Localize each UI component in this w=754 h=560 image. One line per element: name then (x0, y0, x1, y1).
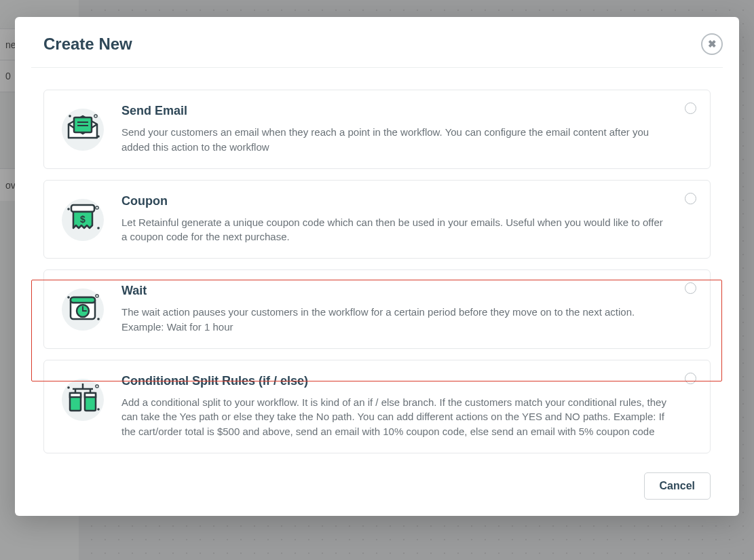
option-radio[interactable] (685, 102, 696, 114)
wait-icon (59, 284, 107, 331)
option-wait[interactable]: Wait The wait action pauses your custome… (43, 269, 711, 349)
option-conditional-split[interactable]: Conditional Split Rules (if / else) Add … (43, 360, 711, 453)
svg-point-8 (67, 208, 70, 210)
option-coupon[interactable]: $ Coupon Let Retainful generate a unique… (43, 180, 711, 259)
svg-rect-11 (71, 205, 94, 212)
option-text: Coupon Let Retainful generate a unique c… (121, 194, 695, 245)
svg-rect-18 (71, 297, 95, 303)
email-icon (59, 104, 107, 151)
close-icon: ✖ (708, 38, 717, 50)
svg-rect-33 (85, 393, 96, 397)
option-desc: Add a conditional split to your workflow… (121, 395, 668, 439)
svg-point-24 (97, 408, 100, 411)
option-desc: Let Retainful generate a unique coupon c… (121, 215, 668, 245)
option-text: Wait The wait action pauses your custome… (121, 284, 695, 335)
option-title: Coupon (121, 194, 668, 208)
coupon-icon: $ (59, 194, 107, 242)
svg-rect-32 (70, 393, 81, 397)
option-radio[interactable] (685, 282, 696, 294)
option-desc: The wait action pauses your customers in… (121, 305, 668, 335)
svg-text:$: $ (80, 214, 86, 225)
svg-point-9 (97, 227, 100, 229)
option-title: Conditional Split Rules (if / else) (121, 374, 668, 388)
modal-title: Create New (43, 35, 132, 54)
create-new-modal: Create New ✖ Send Em (15, 17, 739, 516)
svg-point-14 (67, 296, 70, 299)
modal-footer: Cancel (15, 460, 739, 516)
split-icon (59, 374, 107, 422)
svg-point-15 (97, 318, 100, 320)
option-send-email[interactable]: Send Email Send your customers an email … (43, 90, 711, 169)
option-radio[interactable] (685, 193, 696, 204)
cancel-button[interactable]: Cancel (644, 472, 711, 500)
option-title: Send Email (121, 104, 668, 118)
svg-point-1 (69, 115, 71, 117)
option-radio[interactable] (685, 373, 696, 384)
option-text: Send Email Send your customers an email … (121, 104, 695, 155)
option-desc: Send your customers an email when they r… (121, 125, 668, 155)
close-button[interactable]: ✖ (701, 33, 723, 55)
modal-header: Create New ✖ (31, 17, 723, 68)
svg-point-23 (67, 386, 70, 389)
modal-body: Send Email Send your customers an email … (15, 68, 739, 460)
option-title: Wait (121, 284, 668, 298)
option-text: Conditional Split Rules (if / else) Add … (121, 374, 695, 439)
